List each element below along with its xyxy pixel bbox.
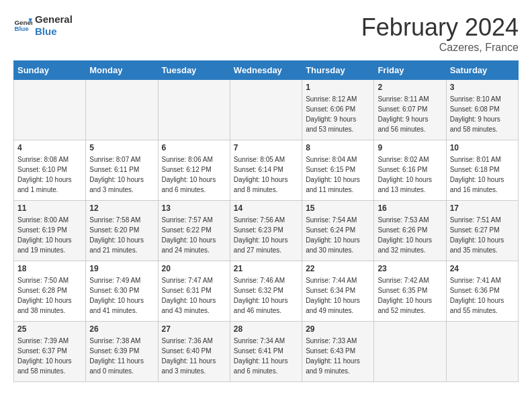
calendar-cell [374, 322, 446, 382]
calendar-cell: 5Sunrise: 8:07 AM Sunset: 6:11 PM Daylig… [86, 140, 158, 201]
calendar-cell: 15Sunrise: 7:54 AM Sunset: 6:24 PM Dayli… [302, 201, 374, 261]
day-number: 27 [162, 324, 226, 334]
calendar-cell: 23Sunrise: 7:42 AM Sunset: 6:35 PM Dayli… [374, 261, 446, 322]
logo: General Blue General Blue [13, 13, 73, 38]
day-info: Sunrise: 8:12 AM Sunset: 6:06 PM Dayligh… [306, 94, 370, 134]
month-title: February 2024 [361, 13, 519, 42]
calendar-cell: 18Sunrise: 7:50 AM Sunset: 6:28 PM Dayli… [14, 261, 86, 322]
calendar-cell: 3Sunrise: 8:10 AM Sunset: 6:08 PM Daylig… [446, 80, 518, 140]
day-number: 23 [378, 264, 442, 273]
calendar-cell [14, 80, 86, 140]
calendar-cell: 27Sunrise: 7:36 AM Sunset: 6:40 PM Dayli… [158, 322, 230, 382]
day-info: Sunrise: 7:57 AM Sunset: 6:22 PM Dayligh… [162, 215, 226, 255]
day-number: 20 [162, 264, 226, 273]
day-number: 19 [89, 264, 154, 273]
day-number: 29 [306, 324, 370, 334]
day-info: Sunrise: 7:42 AM Sunset: 6:35 PM Dayligh… [378, 275, 442, 316]
day-info: Sunrise: 8:07 AM Sunset: 6:11 PM Dayligh… [89, 154, 154, 195]
calendar-cell: 29Sunrise: 7:33 AM Sunset: 6:43 PM Dayli… [302, 322, 374, 382]
logo-text-general: General [35, 13, 73, 26]
day-number: 1 [306, 83, 370, 92]
day-info: Sunrise: 8:04 AM Sunset: 6:15 PM Dayligh… [306, 154, 370, 195]
col-header-thursday: Thursday [302, 61, 374, 80]
calendar-cell: 24Sunrise: 7:41 AM Sunset: 6:36 PM Dayli… [446, 261, 518, 322]
calendar-cell [158, 80, 230, 140]
day-info: Sunrise: 7:49 AM Sunset: 6:30 PM Dayligh… [89, 275, 154, 316]
calendar-cell: 21Sunrise: 7:46 AM Sunset: 6:32 PM Dayli… [230, 261, 302, 322]
day-info: Sunrise: 7:36 AM Sunset: 6:40 PM Dayligh… [162, 336, 226, 376]
calendar-cell: 16Sunrise: 7:53 AM Sunset: 6:26 PM Dayli… [374, 201, 446, 261]
day-number: 24 [450, 264, 515, 273]
calendar-cell [230, 80, 302, 140]
calendar-cell: 25Sunrise: 7:39 AM Sunset: 6:37 PM Dayli… [14, 322, 86, 382]
day-number: 7 [234, 143, 298, 152]
calendar-cell: 20Sunrise: 7:47 AM Sunset: 6:31 PM Dayli… [158, 261, 230, 322]
day-number: 21 [234, 264, 298, 273]
calendar-cell: 13Sunrise: 7:57 AM Sunset: 6:22 PM Dayli… [158, 201, 230, 261]
calendar-cell: 10Sunrise: 8:01 AM Sunset: 6:18 PM Dayli… [446, 140, 518, 201]
day-number: 26 [89, 324, 154, 334]
day-info: Sunrise: 7:54 AM Sunset: 6:24 PM Dayligh… [306, 215, 370, 255]
calendar-cell: 26Sunrise: 7:38 AM Sunset: 6:39 PM Dayli… [86, 322, 158, 382]
day-info: Sunrise: 7:51 AM Sunset: 6:27 PM Dayligh… [450, 215, 515, 255]
calendar-cell: 22Sunrise: 7:44 AM Sunset: 6:34 PM Dayli… [302, 261, 374, 322]
day-info: Sunrise: 8:08 AM Sunset: 6:10 PM Dayligh… [17, 154, 82, 195]
day-number: 4 [17, 143, 82, 152]
day-info: Sunrise: 7:53 AM Sunset: 6:26 PM Dayligh… [378, 215, 442, 255]
day-number: 15 [306, 203, 370, 213]
calendar-week-row: 25Sunrise: 7:39 AM Sunset: 6:37 PM Dayli… [14, 322, 519, 382]
location: Cazeres, France [361, 42, 519, 54]
day-number: 25 [17, 324, 82, 334]
logo-icon: General Blue [13, 16, 32, 35]
day-number: 16 [378, 203, 442, 213]
day-number: 12 [89, 203, 154, 213]
day-number: 8 [306, 143, 370, 152]
day-info: Sunrise: 7:39 AM Sunset: 6:37 PM Dayligh… [17, 336, 82, 376]
calendar-cell: 17Sunrise: 7:51 AM Sunset: 6:27 PM Dayli… [446, 201, 518, 261]
day-info: Sunrise: 8:06 AM Sunset: 6:12 PM Dayligh… [162, 154, 226, 195]
day-number: 3 [450, 83, 515, 92]
calendar-cell: 9Sunrise: 8:02 AM Sunset: 6:16 PM Daylig… [374, 140, 446, 201]
calendar-cell: 28Sunrise: 7:34 AM Sunset: 6:41 PM Dayli… [230, 322, 302, 382]
day-info: Sunrise: 7:41 AM Sunset: 6:36 PM Dayligh… [450, 275, 515, 316]
col-header-wednesday: Wednesday [230, 61, 302, 80]
svg-text:Blue: Blue [14, 25, 29, 32]
calendar-cell: 2Sunrise: 8:11 AM Sunset: 6:07 PM Daylig… [374, 80, 446, 140]
day-number: 28 [234, 324, 298, 334]
day-number: 13 [162, 203, 226, 213]
calendar-cell [86, 80, 158, 140]
day-info: Sunrise: 7:56 AM Sunset: 6:23 PM Dayligh… [234, 215, 298, 255]
calendar-cell: 12Sunrise: 7:58 AM Sunset: 6:20 PM Dayli… [86, 201, 158, 261]
day-number: 14 [234, 203, 298, 213]
calendar-cell: 1Sunrise: 8:12 AM Sunset: 6:06 PM Daylig… [302, 80, 374, 140]
day-number: 5 [89, 143, 154, 152]
day-number: 10 [450, 143, 515, 152]
calendar-cell: 6Sunrise: 8:06 AM Sunset: 6:12 PM Daylig… [158, 140, 230, 201]
col-header-sunday: Sunday [14, 61, 86, 80]
day-info: Sunrise: 7:58 AM Sunset: 6:20 PM Dayligh… [89, 215, 154, 255]
col-header-monday: Monday [86, 61, 158, 80]
day-info: Sunrise: 8:02 AM Sunset: 6:16 PM Dayligh… [378, 154, 442, 195]
calendar-week-row: 18Sunrise: 7:50 AM Sunset: 6:28 PM Dayli… [14, 261, 519, 322]
calendar-cell: 4Sunrise: 8:08 AM Sunset: 6:10 PM Daylig… [14, 140, 86, 201]
day-info: Sunrise: 8:11 AM Sunset: 6:07 PM Dayligh… [378, 94, 442, 134]
calendar-week-row: 1Sunrise: 8:12 AM Sunset: 6:06 PM Daylig… [14, 80, 519, 140]
calendar-header-row: SundayMondayTuesdayWednesdayThursdayFrid… [14, 61, 519, 80]
calendar-week-row: 11Sunrise: 8:00 AM Sunset: 6:19 PM Dayli… [14, 201, 519, 261]
day-number: 11 [17, 203, 82, 213]
day-number: 9 [378, 143, 442, 152]
calendar-week-row: 4Sunrise: 8:08 AM Sunset: 6:10 PM Daylig… [14, 140, 519, 201]
calendar-cell [446, 322, 518, 382]
calendar-cell: 14Sunrise: 7:56 AM Sunset: 6:23 PM Dayli… [230, 201, 302, 261]
title-block: February 2024 Cazeres, France [361, 13, 519, 54]
logo-text-blue: Blue [35, 26, 73, 38]
day-info: Sunrise: 7:44 AM Sunset: 6:34 PM Dayligh… [306, 275, 370, 316]
calendar-cell: 11Sunrise: 8:00 AM Sunset: 6:19 PM Dayli… [14, 201, 86, 261]
day-info: Sunrise: 8:05 AM Sunset: 6:14 PM Dayligh… [234, 154, 298, 195]
day-info: Sunrise: 7:34 AM Sunset: 6:41 PM Dayligh… [234, 336, 298, 376]
day-number: 2 [378, 83, 442, 92]
day-number: 6 [162, 143, 226, 152]
day-info: Sunrise: 8:00 AM Sunset: 6:19 PM Dayligh… [17, 215, 82, 255]
day-info: Sunrise: 8:01 AM Sunset: 6:18 PM Dayligh… [450, 154, 515, 195]
calendar-cell: 8Sunrise: 8:04 AM Sunset: 6:15 PM Daylig… [302, 140, 374, 201]
